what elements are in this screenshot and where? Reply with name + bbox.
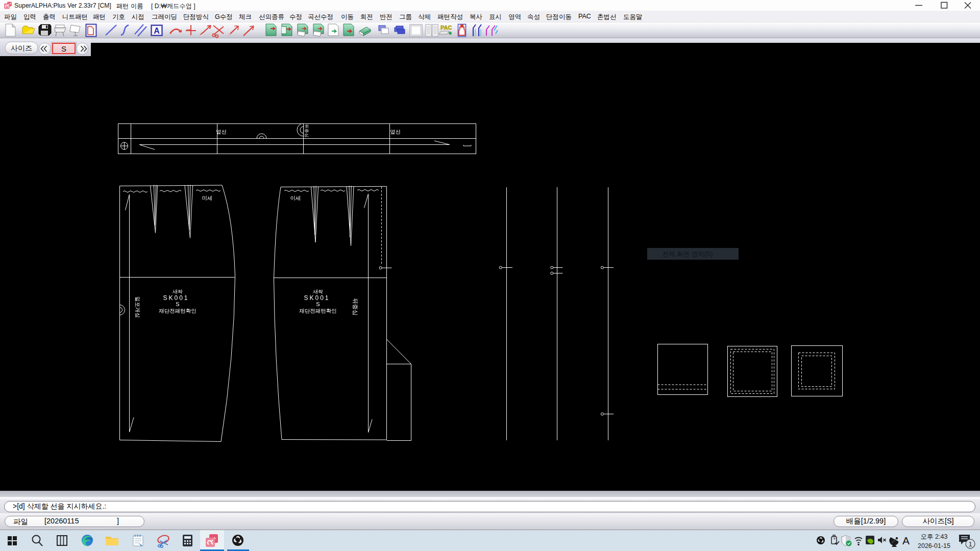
svg-text:이세: 이세 [290, 195, 301, 201]
svg-text:새싹: 새싹 [313, 289, 323, 294]
svg-text:재단전패턴확인: 재단전패턴확인 [159, 308, 197, 314]
svg-text:뒤중심: 뒤중심 [352, 298, 358, 316]
svg-text:SK001: SK001 [163, 294, 189, 302]
svg-text:뒤중심: 뒤중심 [304, 124, 309, 138]
svg-text:1: 1 [968, 540, 972, 548]
svg-text:SK001: SK001 [304, 294, 330, 302]
svg-text:옆선: 옆선 [390, 129, 401, 135]
svg-text:오후 2:43: 오후 2:43 [921, 533, 948, 540]
svg-text:2026-01-15: 2026-01-15 [918, 542, 950, 549]
svg-text:A: A [902, 535, 910, 546]
svg-text:미세: 미세 [202, 195, 213, 201]
svg-text:밑포개심: 밑포개심 [135, 296, 141, 318]
svg-text:S: S [316, 301, 320, 307]
svg-text:옆선: 옆선 [216, 129, 227, 135]
svg-text:재단전패턴확인: 재단전패턴확인 [299, 308, 337, 314]
svg-text:전체 화면 캡처(S): 전체 화면 캡처(S) [663, 251, 713, 258]
svg-text:S: S [176, 301, 179, 307]
svg-text:새싹: 새싹 [173, 289, 183, 294]
